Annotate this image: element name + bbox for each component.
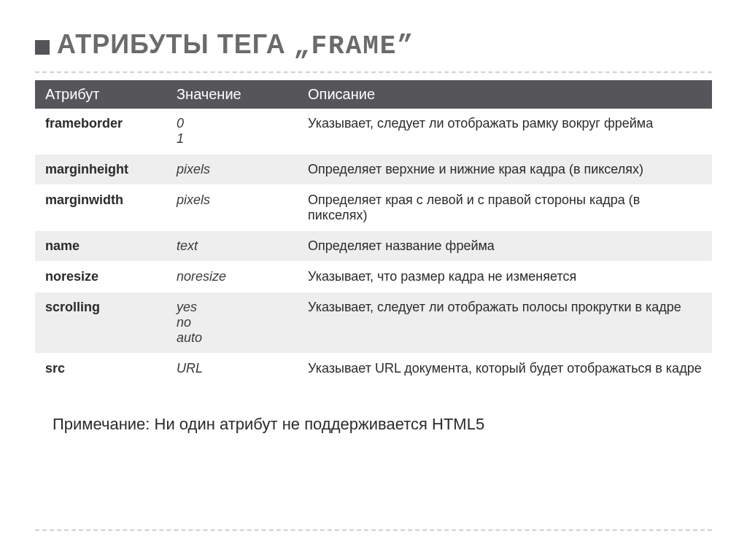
cell-desc: Определяет верхние и нижние края кадра (… bbox=[298, 155, 712, 185]
cell-attr: name bbox=[35, 231, 166, 262]
table-row: noresize noresize Указывает, что размер … bbox=[35, 262, 712, 292]
cell-value: yes no auto bbox=[166, 292, 298, 354]
cell-value: text bbox=[166, 231, 298, 262]
cell-attr: noresize bbox=[35, 262, 166, 292]
square-bullet-icon bbox=[35, 40, 50, 55]
cell-desc: Указывает, следует ли отображать рамку в… bbox=[298, 109, 712, 155]
cell-attr: marginwidth bbox=[35, 185, 166, 231]
cell-desc: Указывает, что размер кадра не изменяетс… bbox=[298, 262, 712, 292]
table-row: frameborder 0 1 Указывает, следует ли от… bbox=[35, 109, 712, 155]
cell-value: noresize bbox=[166, 262, 298, 292]
cell-value: pixels bbox=[166, 155, 298, 185]
slide: АТРИБУТЫ ТЕГА „FRAME” Атрибут Значение О… bbox=[0, 0, 747, 560]
cell-desc: Определяет края с левой и с правой сторо… bbox=[298, 185, 712, 231]
title-line: АТРИБУТЫ ТЕГА „FRAME” bbox=[35, 29, 712, 67]
cell-attr: scrolling bbox=[35, 292, 166, 354]
cell-value: 0 1 bbox=[166, 109, 298, 155]
table-row: name text Определяет название фрейма bbox=[35, 231, 712, 262]
table-row: scrolling yes no auto Указывает, следует… bbox=[35, 292, 712, 354]
th-attr: Атрибут bbox=[35, 80, 166, 109]
note: Примечание: Ни один атрибут не поддержив… bbox=[35, 415, 712, 434]
cell-desc: Определяет название фрейма bbox=[298, 231, 712, 262]
cell-attr: src bbox=[35, 354, 166, 384]
th-desc: Описание bbox=[298, 80, 712, 109]
cell-value: pixels bbox=[166, 185, 298, 231]
cell-attr: frameborder bbox=[35, 109, 166, 155]
table-row: marginwidth pixels Определяет края с лев… bbox=[35, 185, 712, 231]
cell-attr: marginheight bbox=[35, 155, 166, 185]
table-row: marginheight pixels Определяет верхние и… bbox=[35, 155, 712, 185]
cell-desc: Указывает, следует ли отображать полосы … bbox=[298, 292, 712, 354]
title-divider bbox=[35, 71, 712, 73]
table-row: src URL Указывает URL документа, который… bbox=[35, 354, 712, 384]
th-value: Значение bbox=[166, 80, 298, 109]
title-tag: „FRAME” bbox=[294, 31, 414, 61]
attributes-table: Атрибут Значение Описание frameborder 0 … bbox=[35, 80, 712, 384]
title-prefix: АТРИБУТЫ ТЕГА bbox=[57, 29, 294, 59]
table-header: Атрибут Значение Описание bbox=[35, 80, 712, 109]
footer-divider bbox=[35, 529, 712, 531]
cell-desc: Указывает URL документа, который будет о… bbox=[298, 354, 712, 384]
page-title: АТРИБУТЫ ТЕГА „FRAME” bbox=[57, 29, 414, 61]
cell-value: URL bbox=[166, 354, 298, 384]
table-body: frameborder 0 1 Указывает, следует ли от… bbox=[35, 109, 712, 384]
